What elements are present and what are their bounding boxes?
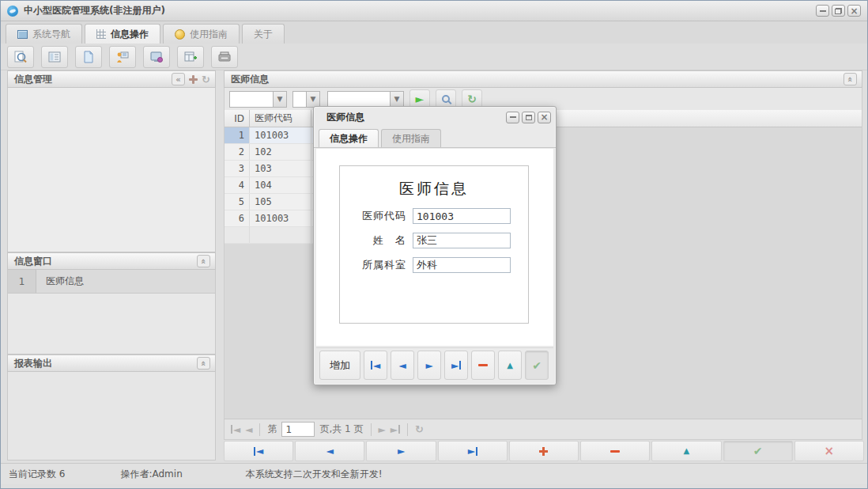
doctor-name-label: 姓 名 bbox=[346, 233, 406, 248]
remove-icon bbox=[610, 450, 620, 453]
page-prev-button[interactable]: ◄ bbox=[245, 425, 252, 434]
record-first-button[interactable]: ◄ bbox=[224, 441, 293, 461]
filter-combo-2[interactable]: ▼ bbox=[292, 91, 320, 108]
grid-icon bbox=[96, 29, 106, 39]
form-heading: 医师信息 bbox=[340, 179, 528, 199]
prev-icon: ◄ bbox=[398, 361, 406, 370]
last-icon: ► bbox=[451, 361, 461, 370]
doctor-form: 医师信息 医师代码 姓 名 所属科室 bbox=[339, 165, 529, 324]
check-icon: ✔ bbox=[753, 445, 763, 457]
tab-system-nav[interactable]: 系统导航 bbox=[6, 24, 82, 44]
dialog-maximize-button[interactable] bbox=[522, 112, 535, 123]
record-ok-button[interactable]: ✔ bbox=[723, 441, 793, 461]
search-doc-button[interactable] bbox=[7, 46, 34, 68]
dialog-close-button[interactable]: × bbox=[538, 112, 551, 123]
tab-info-operation[interactable]: 信息操作 bbox=[85, 24, 160, 44]
restore-icon bbox=[835, 8, 842, 14]
document-button[interactable] bbox=[75, 46, 102, 68]
first-icon: ◄ bbox=[254, 446, 263, 456]
dialog-up-button[interactable]: ▲ bbox=[498, 351, 522, 380]
tab-label: 关于 bbox=[254, 28, 273, 41]
dialog-remove-button[interactable] bbox=[471, 351, 495, 380]
app-window: 中小型医院管理系统(非注册用户) × 系统导航 信息操作 使用指南 关于 bbox=[0, 0, 868, 489]
document-icon bbox=[81, 50, 96, 64]
close-button[interactable]: × bbox=[847, 5, 861, 17]
panel-info-manage-header: 信息管理 « ↻ bbox=[7, 70, 216, 88]
dialog-tab-user-guide[interactable]: 使用指南 bbox=[381, 129, 441, 147]
main-panel-header: 医师信息 « bbox=[224, 70, 862, 88]
panel-report-output-body bbox=[7, 372, 216, 461]
minimize-icon bbox=[510, 116, 516, 118]
collapse-up-button[interactable]: « bbox=[197, 255, 210, 267]
pager-refresh-button[interactable]: ↻ bbox=[415, 424, 424, 434]
user-report-button[interactable] bbox=[109, 46, 136, 68]
page-first-button[interactable]: ◄ bbox=[231, 425, 240, 434]
minimize-button[interactable] bbox=[816, 5, 829, 17]
app-logo-icon bbox=[7, 6, 18, 17]
record-count-label: 当前记录数 6 bbox=[1, 468, 65, 481]
dialog-title: 医师信息 bbox=[326, 111, 364, 124]
collapse-up-button[interactable]: « bbox=[843, 73, 857, 85]
main-tabstrip: 系统导航 信息操作 使用指南 关于 bbox=[1, 21, 867, 44]
tab-about[interactable]: 关于 bbox=[242, 24, 285, 44]
tab-label: 信息操作 bbox=[111, 28, 149, 41]
dialog-title-bar[interactable]: 医师信息 × bbox=[314, 107, 556, 127]
collapse-up-button[interactable]: « bbox=[197, 357, 210, 370]
record-remove-button[interactable] bbox=[580, 441, 650, 461]
restore-button[interactable] bbox=[832, 5, 845, 17]
record-prev-button[interactable]: ◄ bbox=[295, 441, 364, 461]
next-icon: ► bbox=[398, 446, 405, 456]
column-header-code[interactable]: 医师代码 bbox=[250, 110, 311, 127]
collapse-left-button[interactable]: « bbox=[172, 73, 185, 85]
panel-title: 信息窗口 bbox=[14, 255, 52, 268]
dialog-tabstrip: 信息操作 使用指南 bbox=[314, 127, 556, 148]
dialog-first-button[interactable]: ◄ bbox=[364, 351, 387, 380]
doctor-dept-field[interactable] bbox=[413, 257, 511, 273]
cancel-icon: × bbox=[825, 445, 835, 457]
collapse-up-icon: « bbox=[199, 360, 208, 366]
chevron-down-icon: ▼ bbox=[273, 92, 286, 107]
list-item-doctor-info[interactable]: 1 医师信息 bbox=[8, 270, 215, 294]
title-bar: 中小型医院管理系统(非注册用户) × bbox=[1, 1, 867, 21]
dialog-tab-info-operation[interactable]: 信息操作 bbox=[319, 129, 379, 147]
monitor-icon bbox=[149, 50, 164, 64]
divider bbox=[371, 423, 372, 436]
close-icon: × bbox=[540, 112, 548, 122]
panel-report-output-header: 报表输出 « bbox=[7, 354, 216, 372]
chevron-down-icon: ▼ bbox=[306, 92, 319, 107]
refresh-button[interactable]: ↻ bbox=[202, 74, 210, 85]
dialog-next-button[interactable]: ► bbox=[417, 351, 441, 380]
dialog-minimize-button[interactable] bbox=[506, 112, 519, 123]
dialog-ok-button[interactable]: ✔ bbox=[525, 351, 549, 380]
filter-combo-3[interactable]: ▼ bbox=[327, 91, 404, 108]
operator-label: 操作者:Admin bbox=[112, 468, 182, 481]
page-number-input[interactable] bbox=[281, 422, 315, 437]
filter-combo-1[interactable]: ▼ bbox=[229, 91, 287, 108]
add-button[interactable] bbox=[189, 75, 198, 84]
page-last-button[interactable]: ► bbox=[391, 425, 400, 434]
record-add-button[interactable] bbox=[509, 441, 579, 461]
form-row: 医师代码 bbox=[346, 208, 528, 224]
pager-bar: ◄ ◄ 第 页,共 1 页 ► ► ↻ bbox=[224, 419, 862, 440]
list-view-button[interactable] bbox=[41, 46, 68, 68]
record-last-button[interactable]: ► bbox=[438, 441, 508, 461]
add-record-button[interactable]: 增加 bbox=[319, 351, 360, 380]
record-cancel-button[interactable]: × bbox=[794, 441, 864, 461]
up-icon: ▲ bbox=[684, 447, 690, 455]
tab-user-guide[interactable]: 使用指南 bbox=[163, 24, 240, 44]
dialog-prev-button[interactable]: ◄ bbox=[391, 351, 414, 380]
doctor-name-field[interactable] bbox=[413, 233, 511, 248]
record-next-button[interactable]: ► bbox=[366, 441, 436, 461]
printer-icon bbox=[217, 50, 232, 64]
first-icon: ◄ bbox=[371, 361, 380, 370]
minimize-icon bbox=[820, 10, 826, 12]
dialog-last-button[interactable]: ► bbox=[444, 351, 468, 380]
monitor-button[interactable] bbox=[143, 46, 170, 68]
printer-button[interactable] bbox=[211, 46, 238, 68]
column-header-id[interactable]: ID bbox=[225, 110, 250, 127]
record-up-button[interactable]: ▲ bbox=[651, 441, 721, 461]
table-add-button[interactable] bbox=[177, 46, 204, 68]
doctor-code-field[interactable] bbox=[413, 208, 511, 224]
pager-suffix-label: 页,共 1 页 bbox=[319, 423, 363, 436]
page-next-button[interactable]: ► bbox=[379, 425, 386, 434]
